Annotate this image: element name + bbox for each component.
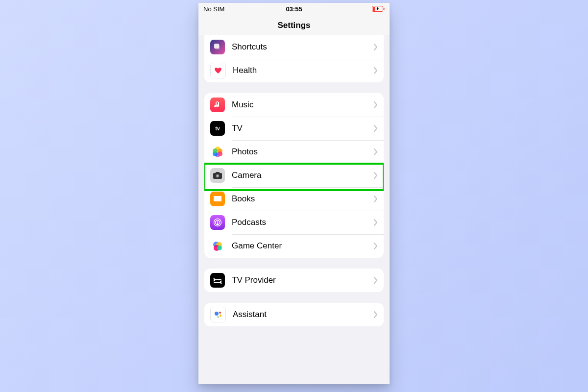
row-label: Assistant bbox=[233, 310, 374, 319]
row-label: Podcasts bbox=[232, 218, 374, 227]
chevron-right-icon bbox=[374, 219, 378, 226]
row-health[interactable]: Health bbox=[204, 59, 384, 82]
chevron-right-icon bbox=[374, 125, 378, 132]
row-label: Health bbox=[233, 66, 374, 75]
camera-icon bbox=[210, 168, 225, 183]
svg-point-10 bbox=[213, 148, 218, 153]
music-icon bbox=[210, 98, 225, 112]
assistant-icon bbox=[210, 307, 226, 322]
phone-frame: No SIM 03:55 Settings bbox=[198, 3, 390, 384]
nav-bar: Settings bbox=[198, 15, 390, 36]
settings-list[interactable]: Shortcuts Health Music bbox=[198, 35, 390, 384]
row-tv[interactable]: tv TV bbox=[204, 117, 384, 140]
svg-point-21 bbox=[217, 245, 222, 250]
row-gamecenter[interactable]: Game Center bbox=[204, 234, 384, 258]
status-bar: No SIM 03:55 bbox=[198, 3, 390, 15]
chevron-right-icon bbox=[374, 67, 378, 74]
tvprovider-icon bbox=[210, 273, 225, 288]
row-label: Game Center bbox=[232, 241, 374, 251]
row-podcasts[interactable]: Podcasts bbox=[204, 211, 384, 234]
chevron-right-icon bbox=[374, 101, 378, 108]
row-assistant[interactable]: Assistant bbox=[204, 303, 384, 326]
svg-point-27 bbox=[218, 317, 219, 318]
page-title: Settings bbox=[277, 21, 310, 30]
shortcuts-icon bbox=[210, 40, 225, 54]
row-tvprovider[interactable]: TV Provider bbox=[204, 269, 384, 292]
gamecenter-icon bbox=[210, 239, 225, 253]
row-label: TV bbox=[232, 123, 374, 133]
photos-icon bbox=[210, 145, 225, 159]
settings-group: TV Provider bbox=[204, 269, 384, 292]
health-icon bbox=[210, 63, 226, 78]
row-music[interactable]: Music bbox=[204, 93, 384, 117]
row-shortcuts[interactable]: Shortcuts bbox=[204, 35, 384, 59]
settings-group: Music tv TV bbox=[204, 93, 384, 258]
row-label: Camera bbox=[232, 171, 374, 180]
books-icon bbox=[210, 192, 225, 206]
svg-point-17 bbox=[217, 221, 218, 222]
background: No SIM 03:55 Settings bbox=[0, 0, 588, 392]
svg-point-25 bbox=[219, 312, 221, 314]
row-label: TV Provider bbox=[232, 275, 374, 285]
chevron-right-icon bbox=[374, 277, 378, 284]
chevron-right-icon bbox=[374, 196, 378, 202]
svg-point-14 bbox=[217, 175, 218, 176]
chevron-right-icon bbox=[374, 148, 378, 155]
chevron-right-icon bbox=[374, 44, 378, 50]
row-label: Shortcuts bbox=[232, 42, 374, 52]
row-label: Photos bbox=[232, 147, 374, 157]
row-label: Books bbox=[232, 194, 374, 204]
svg-point-26 bbox=[220, 315, 221, 317]
chevron-right-icon bbox=[374, 243, 378, 249]
row-camera[interactable]: Camera bbox=[204, 164, 384, 187]
podcasts-icon bbox=[210, 215, 225, 230]
tv-icon: tv bbox=[210, 121, 225, 136]
chevron-right-icon bbox=[374, 311, 378, 318]
chevron-right-icon bbox=[374, 172, 378, 179]
row-books[interactable]: Books bbox=[204, 187, 384, 211]
row-photos[interactable]: Photos bbox=[204, 140, 384, 164]
svg-point-24 bbox=[215, 312, 219, 316]
row-label: Music bbox=[232, 100, 374, 110]
svg-rect-4 bbox=[214, 44, 219, 49]
svg-rect-12 bbox=[216, 172, 220, 173]
settings-group: Assistant bbox=[204, 303, 384, 326]
settings-group: Shortcuts Health bbox=[204, 35, 384, 82]
clock-text: 03:55 bbox=[198, 5, 390, 13]
